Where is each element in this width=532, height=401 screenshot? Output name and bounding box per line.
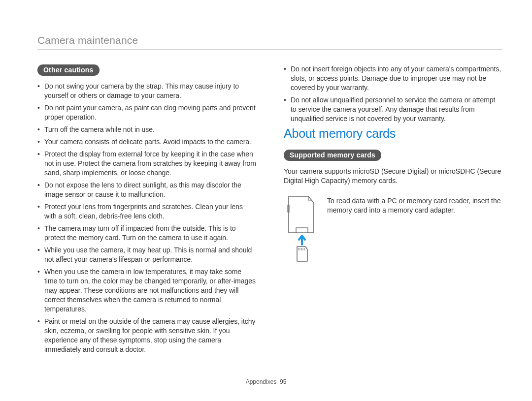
list-item: Protect the display from external force … [37,150,256,178]
section-title: Camera maintenance [37,34,502,50]
supported-memory-cards-pill: Supported memory cards [284,150,381,161]
list-item: While you use the camera, it may heat up… [37,246,256,264]
supported-cards-text: Your camera supports microSD (Secure Dig… [284,167,502,185]
list-item: Do not insert foreign objects into any o… [284,64,502,93]
list-item: Do not allow unqualified personnel to se… [284,95,502,123]
list-item: When you use the camera in low temperatu… [37,267,256,314]
list-item: Do not expose the lens to direct sunligh… [37,181,256,199]
svg-rect-1 [296,228,308,233]
warranty-cautions-list: Do not insert foreign objects into any o… [284,64,502,123]
footer-label: Appendixes [246,378,277,385]
other-cautions-list: Do not swing your camera by the strap. T… [37,82,256,354]
page-footer: Appendixes 95 [0,378,532,385]
right-column: Do not insert foreign objects into any o… [284,64,502,357]
list-item: Paint or metal on the outside of the cam… [37,317,256,354]
other-cautions-pill: Other cautions [37,64,100,76]
adapter-note-text: To read data with a PC or memory card re… [327,195,502,215]
adapter-row: To read data with a PC or memory card re… [284,195,502,266]
list-item: Protect your lens from fingerprints and … [37,202,256,221]
list-item: Do not paint your camera, as paint can c… [37,103,256,122]
page-number: 95 [280,378,286,385]
list-item: Your camera consists of delicate parts. … [37,137,256,147]
list-item: Do not swing your camera by the strap. T… [37,82,256,100]
two-column-layout: Other cautions Do not swing your camera … [37,64,502,357]
list-item: The camera may turn off if impacted from… [37,224,256,243]
sd-adapter-icon [284,195,318,266]
manual-page: Camera maintenance Other cautions Do not… [0,0,532,401]
about-memory-cards-heading: About memory cards [284,126,502,141]
left-column: Other cautions Do not swing your camera … [37,64,256,357]
list-item: Turn off the camera while not in use. [37,125,256,134]
